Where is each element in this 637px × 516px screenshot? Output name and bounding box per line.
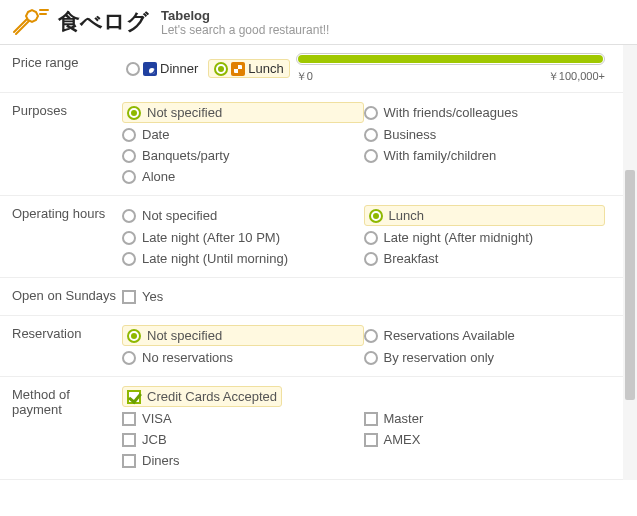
radio-icon — [122, 252, 136, 266]
checkbox-icon — [122, 412, 136, 426]
moon-icon — [143, 62, 157, 76]
purpose-banquets[interactable]: Banquets/party — [122, 145, 364, 166]
payment-jcb[interactable]: JCB — [122, 429, 364, 450]
checkbox-icon — [122, 433, 136, 447]
radio-icon — [122, 170, 136, 184]
payment-cc-accepted[interactable]: Credit Cards Accepted — [122, 386, 282, 407]
purpose-family[interactable]: With family/children — [364, 145, 606, 166]
payment-amex[interactable]: AMEX — [364, 429, 606, 450]
purpose-business[interactable]: Business — [364, 124, 606, 145]
radio-icon — [122, 351, 136, 365]
radio-icon — [364, 128, 378, 142]
hours-not-specified[interactable]: Not specified — [122, 204, 364, 227]
hours-until-morning[interactable]: Late night (Until morning) — [122, 248, 364, 269]
hours-after-10pm[interactable]: Late night (After 10 PM) — [122, 227, 364, 248]
radio-icon — [214, 62, 228, 76]
purpose-not-specified[interactable]: Not specified — [122, 102, 364, 123]
slider-track[interactable] — [296, 53, 605, 65]
scrollbar-thumb[interactable] — [625, 170, 635, 400]
hours-after-midnight[interactable]: Late night (After midnight) — [364, 227, 606, 248]
radio-icon — [122, 231, 136, 245]
slider-fill — [298, 55, 603, 63]
purpose-alone[interactable]: Alone — [122, 166, 364, 187]
toggle-lunch[interactable]: Lunch — [208, 59, 289, 78]
price-range-label: Price range — [12, 53, 122, 84]
checkbox-icon — [127, 390, 141, 404]
hours-lunch[interactable]: Lunch — [364, 205, 606, 226]
radio-icon — [122, 209, 136, 223]
radio-icon — [126, 62, 140, 76]
price-min: ￥0 — [296, 69, 313, 84]
radio-icon — [127, 329, 141, 343]
row-payment: Method of payment Credit Cards Accepted … — [0, 377, 637, 480]
radio-icon — [364, 106, 378, 120]
checkbox-icon — [364, 412, 378, 426]
tabelog-logo-icon — [10, 6, 52, 38]
row-reservation: Reservation Not specified Reservations A… — [0, 316, 637, 377]
radio-icon — [364, 231, 378, 245]
row-sunday: Open on Sundays Yes — [0, 278, 637, 316]
payment-diners[interactable]: Diners — [122, 450, 364, 471]
radio-icon — [369, 209, 383, 223]
row-price-range: Price range Dinner Lunch ￥0 ￥100,000+ — [0, 45, 637, 93]
payment-label: Method of payment — [12, 385, 122, 471]
scrollbar[interactable] — [623, 45, 637, 480]
app-header: 食べログ Tabelog Let's search a good restaur… — [0, 0, 637, 45]
hours-breakfast[interactable]: Breakfast — [364, 248, 606, 269]
reservation-label: Reservation — [12, 324, 122, 368]
purpose-date[interactable]: Date — [122, 124, 364, 145]
radio-icon — [364, 149, 378, 163]
checkbox-icon — [122, 454, 136, 468]
price-slider[interactable]: ￥0 ￥100,000+ — [296, 53, 605, 84]
hours-label: Operating hours — [12, 204, 122, 269]
sunday-yes[interactable]: Yes — [122, 286, 605, 307]
payment-master[interactable]: Master — [364, 408, 606, 429]
sun-icon — [231, 62, 245, 76]
radio-icon — [122, 149, 136, 163]
sunday-label: Open on Sundays — [12, 286, 122, 307]
row-hours: Operating hours Not specified Lunch Late… — [0, 196, 637, 278]
dinner-label: Dinner — [160, 61, 198, 76]
purpose-friends[interactable]: With friends/colleagues — [364, 101, 606, 124]
checkbox-icon — [364, 433, 378, 447]
radio-icon — [364, 252, 378, 266]
reservation-only[interactable]: By reservation only — [364, 347, 606, 368]
logo-area: 食べログ — [10, 6, 149, 38]
radio-icon — [122, 128, 136, 142]
reservation-none[interactable]: No reservations — [122, 347, 364, 368]
payment-visa[interactable]: VISA — [122, 408, 364, 429]
logo-text: 食べログ — [58, 7, 149, 37]
price-max: ￥100,000+ — [548, 69, 605, 84]
radio-icon — [364, 329, 378, 343]
row-purposes: Purposes Not specified With friends/coll… — [0, 93, 637, 196]
toggle-dinner[interactable]: Dinner — [122, 61, 202, 76]
reservation-available[interactable]: Reservations Available — [364, 324, 606, 347]
tagline: Let's search a good restaurant!! — [161, 23, 329, 37]
slider-labels: ￥0 ￥100,000+ — [296, 69, 605, 84]
app-name: Tabelog — [161, 8, 329, 23]
radio-icon — [127, 106, 141, 120]
header-right: Tabelog Let's search a good restaurant!! — [161, 8, 329, 37]
radio-icon — [364, 351, 378, 365]
lunch-label: Lunch — [248, 61, 283, 76]
filter-panel: Price range Dinner Lunch ￥0 ￥100,000+ — [0, 45, 637, 480]
purposes-label: Purposes — [12, 101, 122, 187]
checkbox-icon — [122, 290, 136, 304]
reservation-not-specified[interactable]: Not specified — [122, 325, 364, 346]
